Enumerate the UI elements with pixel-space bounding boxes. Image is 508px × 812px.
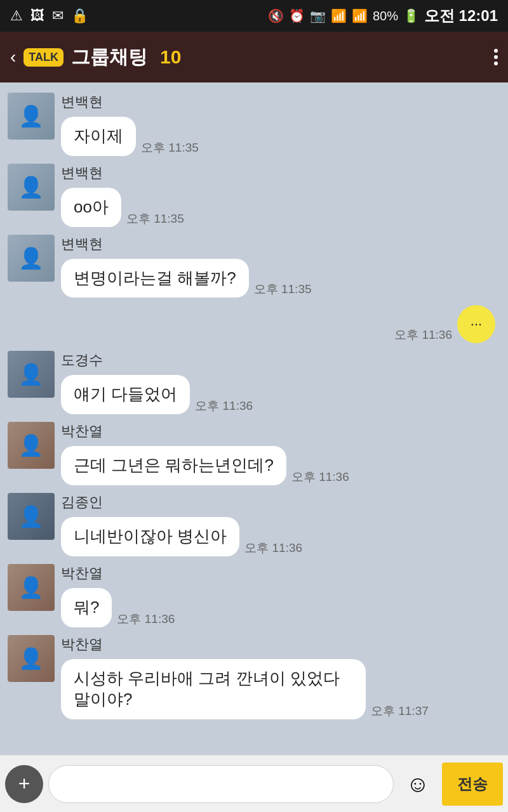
bubble-row: 뭐? 오후 11:36 (61, 588, 175, 627)
message-content: 박찬열 근데 그년은 뭐하는년인데? 오후 11:36 (61, 422, 349, 485)
lock-icon: 🔒 (71, 8, 88, 24)
alert-icon: ⚠ (10, 8, 23, 24)
message-time: 오후 11:35 (126, 211, 184, 227)
message-bubble: 자이제 (61, 117, 136, 156)
message-group: 👤 김종인 니네반이잖아 병신아 오후 11:36 (8, 493, 500, 556)
message-content: 변백현 변명이라는걸 해볼까? 오후 11:35 (61, 235, 312, 298)
message-time: 오후 11:36 (291, 469, 349, 485)
member-count: 10 (160, 46, 181, 68)
message-content: 박찬열 뭐? 오후 11:36 (61, 564, 175, 627)
avatar: 👤 (8, 93, 55, 140)
avatar: 👤 (8, 635, 55, 682)
camera-icon: 📷 (310, 8, 326, 23)
message-time: 오후 11:35 (254, 281, 312, 298)
message-content: 변백현 자이제 오후 11:35 (61, 93, 199, 156)
mail-icon: ✉ (52, 8, 64, 24)
avatar: 👤 (8, 164, 55, 211)
message-input[interactable] (48, 765, 394, 803)
sender-name: 변백현 (61, 164, 184, 183)
message-group: 👤 변백현 oo아 오후 11:35 (8, 164, 500, 227)
bubble-row: 근데 그년은 뭐하는년인데? 오후 11:36 (61, 446, 349, 485)
message-content: 도경수 얘기 다들었어 오후 11:36 (61, 351, 253, 414)
avatar: 👤 (8, 493, 55, 540)
message-group: 👤 변백현 변명이라는걸 해볼까? 오후 11:35 (8, 235, 500, 298)
bottom-bar: + ☺ 전송 (0, 755, 508, 812)
status-time: 오전 12:01 (424, 6, 498, 26)
chat-area: 👤 변백현 자이제 오후 11:35 👤 변백현 oo아 오후 11:35 👤 (0, 82, 508, 755)
status-left-icons: ⚠ 🖼 ✉ 🔒 (10, 8, 88, 24)
message-time: 오후 11:37 (371, 703, 429, 719)
more-button[interactable] (494, 49, 498, 65)
message-content: 김종인 니네반이잖아 병신아 오후 11:36 (61, 493, 302, 556)
sender-name: 김종인 (61, 493, 302, 512)
bubble-row: 자이제 오후 11:35 (61, 117, 199, 156)
avatar: 👤 (8, 235, 55, 282)
message-bubble: 얘기 다들었어 (61, 375, 190, 414)
more-dot-1 (494, 49, 498, 53)
avatar: 👤 (8, 564, 55, 611)
alarm-icon: ⏰ (289, 8, 305, 23)
talk-badge: TALK (23, 48, 64, 67)
bubble-row: oo아 오후 11:35 (61, 188, 184, 227)
emoji-button[interactable]: ☺ (399, 765, 437, 803)
more-dot-2 (494, 55, 498, 59)
send-button[interactable]: 전송 (442, 763, 503, 806)
message-time: 오후 11:35 (141, 140, 199, 156)
bubble-row: 변명이라는걸 해볼까? 오후 11:35 (61, 259, 312, 298)
message-group: 👤 도경수 얘기 다들었어 오후 11:36 (8, 351, 500, 414)
message-bubble: 근데 그년은 뭐하는년인데? (61, 446, 286, 485)
message-time: 오후 11:36 (117, 611, 175, 627)
message-content: 박찬열 시성하 우리바애 그려 깐녀이 있었다말이야? 오후 11:37 (61, 635, 429, 720)
message-group: 👤 박찬열 시성하 우리바애 그려 깐녀이 있었다말이야? 오후 11:37 (8, 635, 500, 720)
message-group: 👤 박찬열 뭐? 오후 11:36 (8, 564, 500, 627)
wifi-icon: 📶 (331, 8, 347, 23)
emoji-icon: ☺ (406, 771, 430, 797)
message-content: 변백현 oo아 오후 11:35 (61, 164, 184, 227)
sender-name: 박찬열 (61, 422, 349, 441)
signal-icon: 📶 (352, 8, 368, 23)
bubble-row: 니네반이잖아 병신아 오후 11:36 (61, 517, 302, 556)
message-bubble: oo아 (61, 188, 121, 227)
sender-name: 박찬열 (61, 564, 175, 583)
sender-name: 변백현 (61, 93, 199, 112)
chat-header: ‹ TALK 그룹채팅 10 (0, 32, 508, 82)
message-group: 👤 박찬열 근데 그년은 뭐하는년인데? 오후 11:36 (8, 422, 500, 485)
chat-title: 그룹채팅 (71, 44, 147, 70)
bubble-row: 얘기 다들었어 오후 11:36 (61, 375, 253, 414)
sender-name: 변백현 (61, 235, 312, 254)
right-message-group: 오후 11:36 ··· (8, 305, 495, 343)
status-right-icons: 🔇 ⏰ 📷 📶 📶 80% 🔋 오전 12:01 (268, 6, 498, 26)
battery-label: 80% (373, 9, 398, 23)
bubble-row: 시성하 우리바애 그려 깐녀이 있었다말이야? 오후 11:37 (61, 659, 429, 720)
message-bubble: 시성하 우리바애 그려 깐녀이 있었다말이야? (61, 659, 366, 720)
mute-icon: 🔇 (268, 8, 284, 23)
message-bubble: 변명이라는걸 해볼까? (61, 259, 249, 298)
more-dot-3 (494, 62, 498, 65)
plus-icon: + (18, 772, 30, 796)
message-bubble: 뭐? (61, 588, 112, 627)
message-group: 👤 변백현 자이제 오후 11:35 (8, 93, 500, 156)
battery-icon: 🔋 (403, 8, 419, 23)
header-left: ‹ TALK 그룹채팅 10 (10, 44, 181, 70)
message-time: 오후 11:36 (394, 327, 452, 343)
sender-name: 도경수 (61, 351, 253, 370)
message-bubble: 니네반이잖아 병신아 (61, 517, 239, 556)
message-time: 오후 11:36 (244, 540, 302, 556)
image-icon: 🖼 (30, 8, 44, 24)
message-time: 오후 11:36 (195, 398, 253, 414)
avatar: 👤 (8, 422, 55, 469)
back-button[interactable]: ‹ (10, 47, 16, 67)
message-bubble: ··· (457, 305, 495, 343)
status-bar: ⚠ 🖼 ✉ 🔒 🔇 ⏰ 📷 📶 📶 80% 🔋 오전 12:01 (0, 0, 508, 32)
sender-name: 박찬열 (61, 635, 429, 654)
plus-button[interactable]: + (5, 765, 43, 803)
avatar: 👤 (8, 351, 55, 398)
